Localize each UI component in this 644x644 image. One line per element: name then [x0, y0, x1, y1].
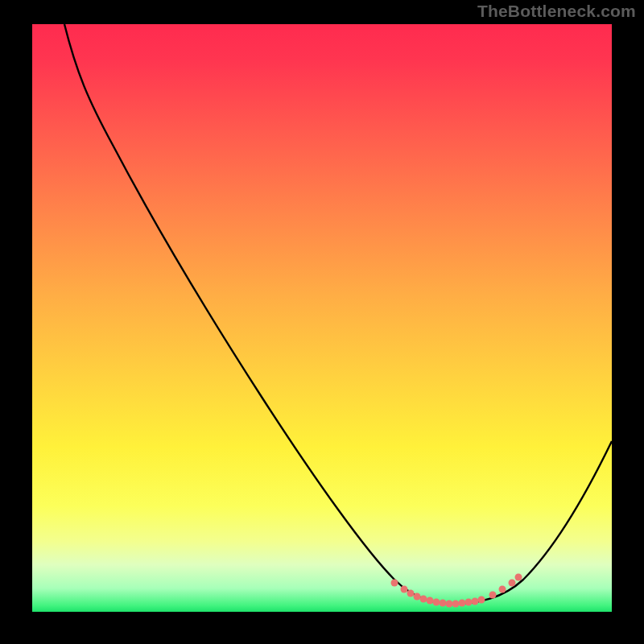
plot-area — [32, 24, 612, 612]
svg-point-6 — [433, 599, 440, 606]
svg-point-14 — [489, 592, 497, 599]
svg-point-13 — [478, 597, 485, 604]
svg-point-4 — [420, 596, 427, 603]
svg-point-16 — [509, 580, 516, 587]
valley-markers — [391, 574, 522, 608]
svg-point-3 — [414, 593, 421, 601]
chart-container: TheBottleneck.com — [0, 0, 644, 644]
curve-path — [64, 24, 612, 604]
svg-point-5 — [427, 597, 434, 605]
svg-point-15 — [499, 586, 506, 593]
svg-point-12 — [472, 598, 479, 605]
svg-point-11 — [465, 599, 473, 606]
svg-point-10 — [459, 600, 466, 607]
svg-point-7 — [440, 600, 447, 607]
bottleneck-curve — [32, 24, 612, 612]
svg-point-17 — [515, 574, 522, 581]
svg-point-1 — [401, 586, 408, 593]
svg-point-8 — [446, 601, 453, 608]
svg-point-9 — [452, 601, 460, 608]
svg-point-0 — [391, 580, 398, 587]
attribution-label: TheBottleneck.com — [477, 2, 636, 21]
svg-point-2 — [407, 590, 415, 597]
